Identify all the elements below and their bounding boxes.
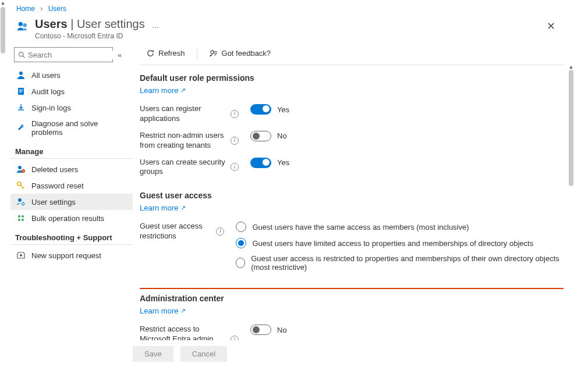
main-panel: Refresh Got feedback? Default user role … — [133, 44, 564, 368]
section-title-admin-center: Administration center — [140, 294, 564, 303]
breadcrumb-users[interactable]: Users — [48, 5, 66, 13]
deleted-user-icon — [16, 165, 26, 174]
cancel-button[interactable]: Cancel — [180, 346, 227, 362]
svg-point-1 — [23, 23, 26, 27]
bulk-icon — [16, 213, 26, 223]
svg-point-19 — [211, 50, 214, 54]
refresh-icon — [146, 48, 155, 58]
sidebar-item-new-support-request[interactable]: New support request — [10, 247, 133, 263]
setting-guest-restrictions: Guest user access restrictionsi Guest us… — [140, 218, 564, 275]
users-icon — [16, 20, 29, 33]
sidebar-item-label: Bulk operation results — [31, 214, 104, 223]
sidebar-section-manage: Manage — [10, 140, 133, 159]
close-button[interactable]: ✕ — [544, 17, 558, 35]
svg-point-13 — [22, 203, 24, 205]
content-scroll: Default user role permissions Learn more… — [140, 65, 564, 368]
svg-point-9 — [18, 166, 22, 169]
sidebar-item-bulk-results[interactable]: Bulk operation results — [10, 210, 133, 226]
sidebar-item-label: All users — [31, 71, 61, 80]
toolbar-separator — [197, 47, 197, 59]
toggle-restrict-admin[interactable] — [250, 325, 271, 335]
section-title-guest: Guest user access — [140, 191, 564, 200]
svg-point-16 — [18, 219, 20, 221]
svg-point-15 — [22, 215, 24, 218]
scroll-up-icon: ▲ — [568, 64, 574, 70]
learn-more-admin-center[interactable]: Learn more↗ — [140, 307, 186, 315]
feedback-button[interactable]: Got feedback? — [203, 46, 277, 60]
svg-point-14 — [18, 215, 20, 218]
external-link-icon: ↗ — [180, 87, 186, 94]
sidebar-item-label: New support request — [31, 251, 101, 260]
search-icon — [18, 51, 26, 59]
radio-guest-limited[interactable]: Guest users have limited access to prope… — [236, 238, 564, 248]
svg-line-3 — [23, 56, 24, 58]
external-link-icon: ↗ — [180, 204, 186, 212]
save-button[interactable]: Save — [133, 346, 173, 362]
search-input[interactable] — [28, 51, 126, 59]
scroll-thumb[interactable] — [1, 7, 5, 54]
document-icon — [16, 87, 26, 96]
toolbar: Refresh Got feedback? — [140, 44, 564, 65]
sidebar-item-label: User settings — [31, 198, 76, 206]
sidebar-item-label: Sign-in logs — [31, 104, 71, 112]
sidebar-item-label: Password reset — [31, 181, 84, 190]
sidebar-item-label: Diagnose and solve problems — [31, 119, 127, 137]
svg-point-17 — [22, 219, 24, 221]
svg-point-2 — [19, 52, 23, 56]
feedback-icon — [209, 48, 218, 58]
learn-more-default-role[interactable]: Learn more↗ — [140, 86, 186, 95]
wrench-icon — [16, 123, 26, 133]
page-scroll-left: ▲ — [0, 0, 6, 392]
page-header: Users | User settings Contoso - Microsof… — [0, 15, 574, 44]
sidebar: « All users Audit logs Sign-in logs Diag… — [10, 44, 133, 368]
toggle-register-apps[interactable] — [250, 104, 271, 115]
user-settings-icon — [16, 197, 26, 206]
toggle-restrict-tenant[interactable] — [250, 131, 271, 141]
more-button[interactable]: … — [152, 21, 160, 30]
sidebar-item-diagnose[interactable]: Diagnose and solve problems — [10, 116, 133, 140]
refresh-button[interactable]: Refresh — [140, 46, 191, 60]
external-link-icon: ↗ — [180, 307, 186, 315]
setting-restrict-tenant: Restrict non-admin users from creating t… — [140, 127, 564, 154]
sidebar-item-all-users[interactable]: All users — [10, 67, 133, 83]
scroll-up-icon: ▲ — [0, 0, 6, 6]
sidebar-item-label: Deleted users — [31, 165, 78, 174]
info-icon[interactable]: i — [231, 163, 239, 171]
section-title-default-role: Default user role permissions — [140, 73, 564, 83]
user-icon — [16, 70, 26, 80]
collapse-sidebar-button[interactable]: « — [118, 51, 122, 59]
breadcrumb-home[interactable]: Home — [16, 5, 35, 13]
page-subtitle: Contoso - Microsoft Entra ID — [35, 32, 145, 40]
info-icon[interactable]: i — [231, 137, 239, 145]
setting-security-groups: Users can create security groupsi Yes — [140, 154, 564, 181]
sidebar-item-signin-logs[interactable]: Sign-in logs — [10, 99, 133, 116]
search-input-container[interactable] — [14, 47, 113, 62]
breadcrumb: Home › Users — [0, 0, 574, 15]
svg-rect-6 — [19, 90, 23, 90]
sidebar-item-deleted-users[interactable]: Deleted users — [10, 161, 133, 177]
learn-more-guest[interactable]: Learn more↗ — [140, 204, 186, 212]
svg-point-18 — [20, 254, 22, 256]
sidebar-section-troubleshooting: Troubleshooting + Support — [10, 226, 133, 245]
info-icon[interactable]: i — [231, 110, 239, 118]
sidebar-item-password-reset[interactable]: Password reset — [10, 177, 133, 194]
svg-rect-8 — [19, 92, 22, 92]
key-icon — [16, 181, 26, 190]
svg-point-0 — [19, 22, 23, 26]
svg-point-12 — [18, 198, 22, 202]
signin-icon — [16, 103, 26, 112]
scroll-thumb[interactable] — [569, 70, 573, 186]
sidebar-item-label: Audit logs — [31, 87, 65, 96]
sidebar-item-user-settings[interactable]: User settings — [10, 194, 133, 210]
toggle-security-groups[interactable] — [250, 158, 271, 168]
footer-bar: Save Cancel — [133, 340, 564, 368]
radio-guest-restricted[interactable]: Guest user access is restricted to prope… — [236, 254, 564, 272]
setting-register-apps: Users can register applicationsi Yes — [140, 101, 564, 127]
svg-rect-7 — [19, 91, 23, 91]
radio-guest-full[interactable]: Guest users have the same access as memb… — [236, 222, 564, 232]
sidebar-item-audit-logs[interactable]: Audit logs — [10, 83, 133, 99]
support-icon — [16, 251, 26, 260]
svg-point-4 — [19, 72, 23, 75]
chevron-right-icon: › — [40, 5, 42, 13]
info-icon[interactable]: i — [216, 227, 224, 236]
